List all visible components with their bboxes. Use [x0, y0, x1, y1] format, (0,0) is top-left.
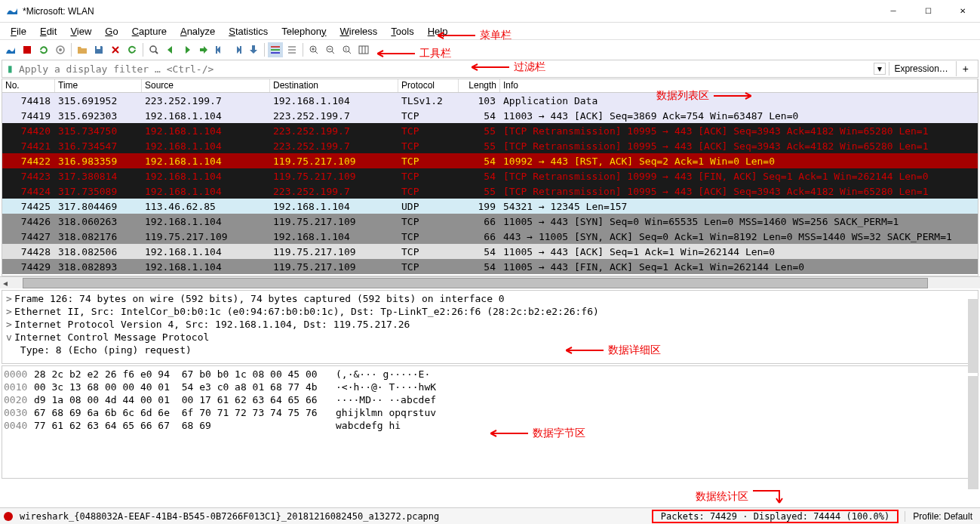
- packet-row[interactable]: 74418315.691952223.252.199.7192.168.1.10…: [2, 93, 978, 108]
- maximize-button[interactable]: ☐: [911, 0, 945, 23]
- packet-row[interactable]: 74429318.082893192.168.1.104119.75.217.1…: [2, 259, 978, 274]
- status-profile[interactable]: Profile: Default: [905, 511, 980, 522]
- close-button[interactable]: ✕: [945, 0, 980, 23]
- column-protocol[interactable]: Protocol: [398, 79, 459, 92]
- svg-rect-10: [271, 49, 280, 51]
- find-packet-button[interactable]: [146, 42, 161, 57]
- open-file-button[interactable]: [75, 42, 90, 57]
- column-no[interactable]: No.: [2, 79, 55, 92]
- svg-point-17: [4, 512, 13, 521]
- window-title: *Microsoft: WLAN: [23, 6, 876, 17]
- bookmark-icon[interactable]: ▮: [2, 63, 17, 74]
- zoom-in-button[interactable]: [306, 42, 321, 57]
- list-view-button[interactable]: [284, 42, 300, 57]
- column-length[interactable]: Length: [459, 79, 500, 92]
- annotation-stats: 数据统计区: [696, 489, 783, 504]
- zoom-reset-button[interactable]: 1: [339, 42, 355, 57]
- svg-rect-8: [252, 45, 255, 50]
- menu-tools[interactable]: Tools: [385, 24, 419, 39]
- display-filter-input[interactable]: [17, 62, 874, 76]
- menu-capture[interactable]: Capture: [126, 24, 173, 39]
- packet-row[interactable]: 74426318.060263192.168.1.104119.75.217.1…: [2, 214, 978, 229]
- colorize-button[interactable]: [268, 42, 283, 57]
- detail-line[interactable]: vInternet Control Message Protocol: [4, 331, 976, 344]
- byte-row[interactable]: 004077 61 62 63 64 65 66 67 68 69wabcdef…: [4, 419, 976, 432]
- menu-help[interactable]: Help: [422, 24, 454, 39]
- close-file-button[interactable]: [108, 42, 123, 57]
- svg-rect-5: [200, 48, 204, 51]
- packet-list-header: No. Time Source Destination Protocol Len…: [2, 79, 978, 93]
- menu-edit[interactable]: Edit: [34, 24, 63, 39]
- menu-go[interactable]: Go: [99, 24, 124, 39]
- menu-view[interactable]: View: [64, 24, 97, 39]
- menu-file[interactable]: File: [5, 24, 32, 39]
- packet-row[interactable]: 74420315.734750192.168.1.104223.252.199.…: [2, 123, 978, 138]
- svg-rect-0: [23, 46, 31, 54]
- svg-rect-11: [271, 52, 280, 54]
- wireshark-icon: [6, 5, 18, 17]
- window-controls: ─ ☐ ✕: [876, 0, 980, 23]
- menu-analyze[interactable]: Analyze: [174, 24, 221, 39]
- menu-telephony[interactable]: Telephony: [275, 24, 332, 39]
- packet-details[interactable]: >Frame 126: 74 bytes on wire (592 bits),…: [2, 290, 978, 364]
- filter-dropdown-icon[interactable]: ▾: [874, 63, 886, 75]
- status-bar: wireshark_{0488032A-EEAF-41B4-B545-0B726…: [0, 507, 980, 524]
- zoom-out-button[interactable]: [323, 42, 338, 57]
- resize-columns-button[interactable]: [356, 42, 371, 57]
- svg-rect-6: [216, 46, 217, 54]
- column-time[interactable]: Time: [55, 79, 142, 92]
- go-back-button[interactable]: [163, 42, 178, 57]
- packet-row[interactable]: 74419315.692303192.168.1.104223.252.199.…: [2, 108, 978, 123]
- detail-line[interactable]: >Ethernet II, Src: IntelCor_b0:b0:1c (e0…: [4, 305, 976, 318]
- menu-statistics[interactable]: Statistics: [223, 24, 274, 39]
- capture-options-button[interactable]: [53, 42, 68, 57]
- go-to-packet-button[interactable]: [196, 42, 211, 57]
- stop-capture-button[interactable]: [20, 42, 35, 57]
- byte-row[interactable]: 003067 68 69 6a 6b 6c 6d 6e 6f 70 71 72 …: [4, 406, 976, 419]
- packet-row[interactable]: 74423317.380814192.168.1.104119.75.217.1…: [2, 168, 978, 183]
- packet-row[interactable]: 74428318.082506192.168.1.104119.75.217.1…: [2, 244, 978, 259]
- column-destination[interactable]: Destination: [270, 79, 398, 92]
- detail-line[interactable]: >Frame 126: 74 bytes on wire (592 bits),…: [4, 292, 976, 305]
- byte-row[interactable]: 001000 3c 13 68 00 00 40 01 54 e3 c0 a8 …: [4, 381, 976, 393]
- byte-row[interactable]: 0020d9 1a 08 00 4d 44 00 01 00 17 61 62 …: [4, 393, 976, 406]
- packet-list-body[interactable]: 74418315.691952223.252.199.7192.168.1.10…: [2, 93, 978, 276]
- svg-rect-16: [359, 46, 368, 54]
- minimize-button[interactable]: ─: [876, 0, 911, 23]
- packet-row[interactable]: 74424317.735089192.168.1.104223.252.199.…: [2, 183, 978, 199]
- svg-rect-3: [97, 46, 100, 49]
- filter-bar: ▮ ▾ Expression… +: [2, 60, 978, 78]
- packet-row[interactable]: 74422316.983359192.168.1.104119.75.217.1…: [2, 153, 978, 168]
- restart-capture-button[interactable]: [36, 42, 51, 57]
- detail-line[interactable]: >Internet Protocol Version 4, Src: 192.1…: [4, 318, 976, 331]
- svg-text:1: 1: [345, 47, 348, 51]
- packet-bytes[interactable]: 000028 2c b2 e2 26 f6 e0 94 67 b0 b0 1c …: [2, 365, 978, 479]
- byte-row[interactable]: 000028 2c b2 e2 26 f6 e0 94 67 b0 b0 1c …: [4, 368, 976, 381]
- toolbar: 1: [0, 39, 980, 59]
- detail-line[interactable]: Type: 8 (Echo (ping) request): [4, 344, 976, 356]
- packet-row[interactable]: 74427318.082176119.75.217.109192.168.1.1…: [2, 229, 978, 244]
- packet-row[interactable]: 74421316.734547192.168.1.104223.252.199.…: [2, 138, 978, 153]
- reload-button[interactable]: [124, 42, 140, 57]
- bytes-scrollbar[interactable]: [968, 376, 978, 489]
- menu-wireless[interactable]: Wireless: [334, 24, 384, 39]
- start-capture-button[interactable]: [3, 42, 18, 57]
- packet-list: No. Time Source Destination Protocol Len…: [2, 79, 978, 276]
- go-last-button[interactable]: [229, 42, 244, 57]
- expert-info-icon[interactable]: [0, 511, 17, 522]
- go-first-button[interactable]: [213, 42, 228, 57]
- svg-rect-9: [271, 46, 280, 48]
- horizontal-scrollbar[interactable]: ◂: [0, 276, 980, 288]
- auto-scroll-button[interactable]: [246, 42, 261, 57]
- svg-point-4: [150, 46, 156, 52]
- status-packet-stats: Packets: 74429 · Displayed: 74444 (100.0…: [652, 510, 899, 523]
- go-forward-button[interactable]: [180, 42, 195, 57]
- add-filter-button[interactable]: +: [956, 61, 975, 76]
- expression-button[interactable]: Expression…: [889, 62, 952, 76]
- column-info[interactable]: Info: [500, 79, 978, 92]
- save-button[interactable]: [91, 42, 106, 57]
- column-source[interactable]: Source: [142, 79, 270, 92]
- details-scrollbar[interactable]: [968, 299, 978, 373]
- packet-row[interactable]: 74425317.804469113.46.62.85192.168.1.104…: [2, 199, 978, 214]
- svg-rect-7: [240, 46, 241, 54]
